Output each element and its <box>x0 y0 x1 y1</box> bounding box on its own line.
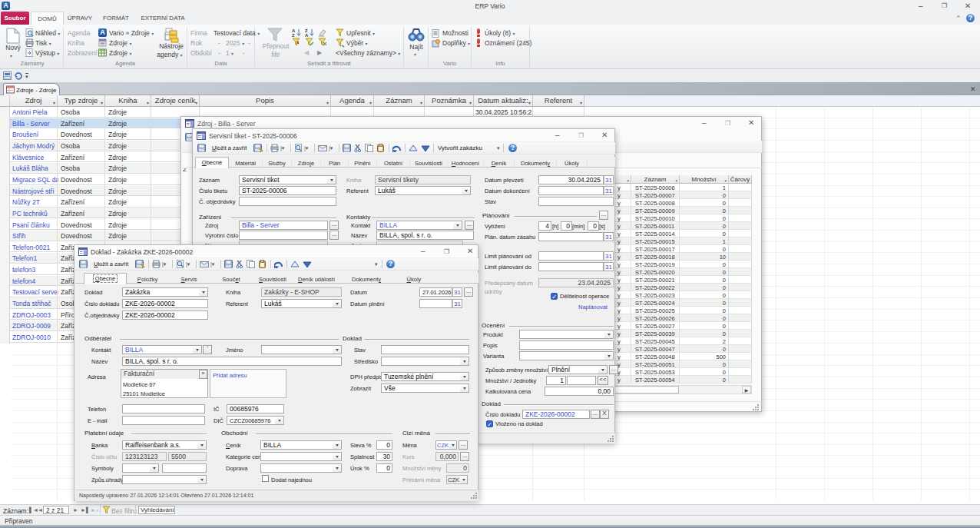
svg-text:A: A <box>305 33 309 38</box>
svg-text:Z: Z <box>292 33 295 38</box>
